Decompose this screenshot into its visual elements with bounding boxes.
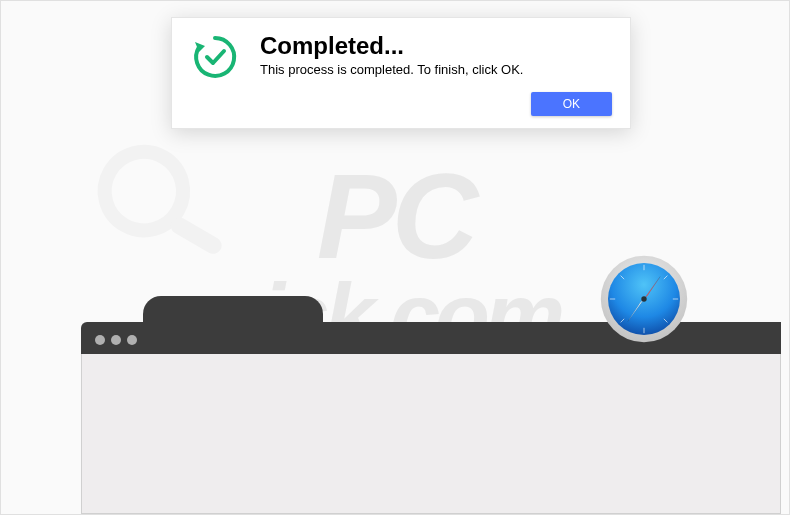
- dialog-content: Completed... This process is completed. …: [190, 32, 612, 82]
- checkmark-refresh-icon: [190, 32, 240, 82]
- svg-rect-1: [168, 214, 225, 257]
- window-close-dot[interactable]: [95, 335, 105, 345]
- watermark-line1: PC: [317, 147, 474, 285]
- dialog-title: Completed...: [260, 32, 612, 60]
- window-maximize-dot[interactable]: [127, 335, 137, 345]
- dialog-message: This process is completed. To finish, cl…: [260, 62, 612, 77]
- dialog-text: Completed... This process is completed. …: [260, 32, 612, 77]
- window-controls: [95, 335, 137, 345]
- ok-button[interactable]: OK: [531, 92, 612, 116]
- completed-dialog: Completed... This process is completed. …: [171, 17, 631, 129]
- magnify-watermark-icon: [75, 115, 246, 286]
- window-minimize-dot[interactable]: [111, 335, 121, 345]
- browser-body: [81, 354, 781, 514]
- svg-point-15: [641, 296, 646, 301]
- dialog-footer: OK: [190, 92, 612, 116]
- safari-icon: [599, 254, 689, 344]
